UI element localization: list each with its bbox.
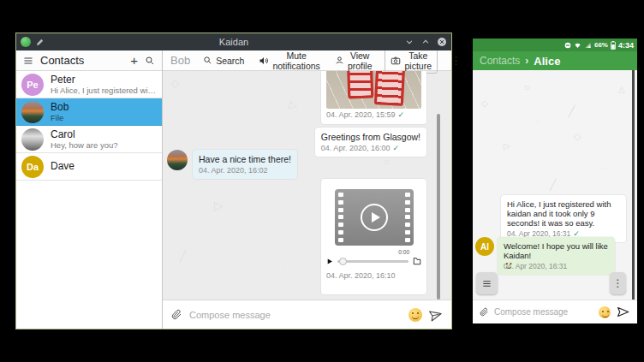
attach-file-button[interactable]: [480, 306, 489, 317]
button-label: Mute notifications: [272, 50, 319, 71]
doodle-diamond-icon: ◇: [574, 132, 581, 141]
doodle-diamond-icon: ◇: [481, 99, 488, 108]
contact-last-message: Hi Alice, I just registered with kaidan.…: [51, 86, 157, 95]
play-button[interactable]: [326, 258, 333, 265]
kaidan-mobile-window: 66% 4:34 Contacts › Alice ○ △ ◇ ╱ ▷ ◇ ∙ …: [473, 39, 637, 323]
search-in-chat-button[interactable]: Search: [201, 55, 246, 67]
video-controls: 0:00: [326, 257, 421, 265]
mobile-chat-scrollbar[interactable]: [632, 70, 635, 300]
kaidan-app-icon: [21, 37, 31, 47]
avatar: Da: [21, 156, 44, 178]
doodle-dot-icon: ∙: [601, 164, 604, 172]
film-perforations: [405, 193, 410, 242]
message-outgoing: Hi Alice, I just registered with kaidan …: [501, 195, 626, 242]
take-picture-button[interactable]: Take picture: [385, 48, 438, 74]
sidebar-title: Contacts: [40, 54, 123, 67]
android-status-bar: 66% 4:34: [473, 39, 637, 51]
message-text: Welcome! I hope you will like Kaidan!: [504, 241, 609, 260]
message-image-bubble: 04. Apr. 2020, 15:59 ✓: [321, 71, 426, 124]
do-not-disturb-icon: [564, 42, 571, 49]
button-label: View profile: [348, 50, 373, 71]
seek-slider[interactable]: [337, 260, 408, 263]
message-incoming: Have a nice time there! 04. Apr. 2020, 1…: [167, 150, 297, 179]
contact-name: Carol: [51, 129, 118, 140]
attach-file-button[interactable]: [171, 308, 182, 321]
kaidan-desktop-window: Kaidan Contacts: [15, 33, 452, 329]
page-title: Alice: [534, 55, 560, 68]
status-clock: 4:34: [618, 41, 634, 50]
chat-toolbar: Bob Search Mute notifications: [163, 50, 451, 71]
message-outgoing: Greetings from Glasgow! 04. Apr. 2020, 1…: [315, 128, 426, 157]
message-timestamp: 04. Apr. 2020, 16:10: [326, 271, 421, 280]
contact-row-bob[interactable]: Bob File: [16, 98, 162, 126]
chat-peer-name: Bob: [170, 54, 190, 67]
mobile-header: Contacts › Alice: [473, 51, 637, 70]
emoji-picker-button[interactable]: [599, 306, 611, 318]
minimize-button[interactable]: [404, 37, 414, 47]
mobile-overflow-button[interactable]: ⋮: [610, 272, 626, 294]
mute-notifications-button[interactable]: Mute notifications: [257, 50, 321, 72]
contacts-sidebar: Contacts + Pe Peter Hi Alice, I just reg…: [16, 50, 163, 329]
contact-list: Pe Peter Hi Alice, I just registered wit…: [16, 71, 162, 329]
doodle-triangle-icon: ▷: [214, 199, 224, 211]
doodle-triangle-icon: ▷: [504, 142, 510, 151]
search-icon: [203, 56, 212, 65]
add-contact-button[interactable]: +: [130, 54, 138, 67]
cellular-signal-icon: [584, 42, 592, 49]
send-button[interactable]: [427, 306, 444, 323]
compose-bar: [163, 300, 451, 329]
avatar: [21, 128, 44, 151]
contact-last-message: File: [51, 113, 69, 122]
telephone-boxes-photo[interactable]: [326, 71, 421, 109]
close-button[interactable]: [437, 37, 447, 47]
avatar: Pe: [21, 74, 44, 96]
message-incoming: Al Welcome! I hope you will like Kaidan!…: [475, 237, 615, 275]
button-label: Search: [216, 56, 244, 66]
breadcrumb-contacts[interactable]: Contacts: [480, 55, 520, 67]
message-timestamp: 04. Apr. 2020, 15:59: [326, 110, 396, 119]
contact-name: Dave: [51, 161, 75, 172]
pin-icon[interactable]: [35, 38, 45, 47]
drawer-handle-button[interactable]: [476, 272, 498, 294]
contact-row-peter[interactable]: Pe Peter Hi Alice, I just registered wit…: [16, 71, 162, 98]
hamburger-menu-button[interactable]: [23, 56, 33, 66]
window-title: Kaidan: [16, 37, 451, 47]
maximize-button[interactable]: [420, 37, 431, 47]
doodle-circle-icon: ○: [524, 82, 530, 92]
chat-message-area: ◇ ▷ ○ ▷ ╱ ∙ ∙ ◇: [163, 71, 451, 300]
chat-scrollbar[interactable]: [437, 114, 440, 300]
doodle-dot-icon: ∙: [283, 264, 285, 272]
view-profile-button[interactable]: View profile: [333, 50, 374, 72]
contact-row-dave[interactable]: Da Dave: [16, 153, 162, 181]
sidebar-toolbar: Contacts +: [16, 50, 162, 71]
desktop-background: Kaidan Contacts: [0, 0, 644, 362]
delivered-check-icon: ✓: [392, 144, 399, 152]
open-externally-icon[interactable]: [413, 257, 421, 265]
emoji-picker-button[interactable]: [408, 308, 422, 322]
compose-message-input[interactable]: [189, 310, 402, 320]
chat-overflow-menu-button[interactable]: ⋮: [449, 53, 463, 68]
doodle-slash-icon: ╱: [550, 180, 556, 190]
slider-handle[interactable]: [339, 258, 347, 265]
avatar: Al: [475, 237, 494, 256]
video-thumbnail[interactable]: [335, 189, 414, 246]
send-button[interactable]: [616, 306, 630, 318]
contact-row-carol[interactable]: Carol Hey, how are you?: [16, 126, 162, 153]
person-icon: [335, 56, 344, 65]
play-icon[interactable]: [361, 204, 388, 231]
chat-panel: Bob Search Mute notifications: [163, 50, 451, 329]
contact-name: Peter: [51, 74, 157, 86]
battery-percentage: 66%: [594, 41, 608, 49]
search-contacts-button[interactable]: [145, 56, 155, 66]
doodle-slash-icon: ╱: [180, 251, 186, 261]
speaker-icon: [259, 56, 269, 66]
doodle-dot-icon: ∙: [536, 118, 539, 126]
hamburger-icon: [481, 279, 492, 288]
titlebar[interactable]: Kaidan: [16, 33, 451, 50]
delivered-check-icon: ✓: [398, 110, 405, 119]
compose-message-input[interactable]: [494, 307, 593, 317]
message-text: Hi Alice, I just registered with kaidan …: [507, 199, 620, 228]
avatar: [21, 101, 44, 123]
photo-phonebox-shape: [374, 71, 407, 106]
doodle-diamond-icon: ◇: [171, 78, 179, 88]
